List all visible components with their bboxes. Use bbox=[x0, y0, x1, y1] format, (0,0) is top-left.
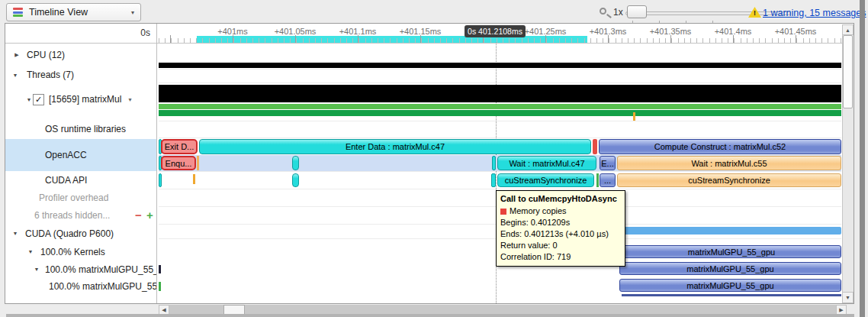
kernel-bar[interactable]: matrixMulGPU_55_gpu bbox=[619, 262, 841, 275]
time-cursor-badge: 0s 401.2108ms bbox=[465, 25, 526, 37]
scroll-up-button[interactable]: ▲ bbox=[842, 24, 854, 35]
cpu-utilization-bar bbox=[159, 63, 841, 68]
collapsed-arrow-icon[interactable]: ▶ bbox=[13, 52, 21, 58]
interval-bar-sliver[interactable] bbox=[492, 156, 496, 170]
row-separator bbox=[159, 121, 841, 121]
ruler-origin-label: 0s bbox=[5, 27, 150, 40]
window-edge-strip bbox=[860, 0, 865, 317]
bottom-edge-strip bbox=[6, 314, 854, 317]
ruler-divider bbox=[5, 43, 854, 44]
zoom-slider-handle[interactable] bbox=[627, 5, 647, 18]
sidebar-item-threads[interactable]: ▼ Threads (7) bbox=[5, 66, 156, 84]
messages-link[interactable]: 1 warning, 15 messages bbox=[763, 8, 866, 18]
row-label: Threads (7) bbox=[27, 70, 74, 80]
interval-bar-sliver[interactable] bbox=[596, 173, 599, 187]
ruler-tick-label: +401.05ms bbox=[263, 27, 327, 36]
tooltip-begins: Begins: 0.401209s bbox=[500, 217, 621, 228]
sidebar-item-os-runtime[interactable]: OS runtime libraries bbox=[5, 119, 156, 139]
expanded-arrow-icon[interactable]: ▼ bbox=[25, 97, 33, 102]
expanded-arrow-icon[interactable]: ▼ bbox=[11, 73, 19, 78]
kernel-bar-clipped bbox=[622, 294, 841, 296]
openacc-compute-construct-bar[interactable]: Compute Construct : matrixMul.c52 bbox=[599, 139, 841, 154]
scroll-down-button[interactable]: ▼ bbox=[842, 292, 854, 303]
view-selector-label: Timeline View bbox=[29, 7, 131, 18]
sidebar-item-threads-hidden[interactable]: 6 threads hidden... − + bbox=[5, 206, 156, 224]
add-row-plus-icon[interactable]: + bbox=[146, 210, 153, 221]
row-label: OpenACC bbox=[45, 150, 87, 160]
thread-running-bar-dark bbox=[159, 110, 841, 116]
thread-running-bar-light bbox=[159, 104, 841, 109]
row-label: 100.0% Kernels bbox=[40, 247, 105, 257]
row-label: OS runtime libraries bbox=[45, 124, 126, 134]
row-label: 6 threads hidden... bbox=[34, 210, 110, 221]
row-label: CUDA API bbox=[45, 175, 87, 186]
ruler-tick-label: +401.1ms bbox=[326, 27, 390, 36]
view-selector-dropdown[interactable]: Timeline View ▾ bbox=[6, 3, 141, 21]
tooltip-category: Memory copies bbox=[510, 205, 567, 217]
expanded-arrow-icon[interactable]: ▼ bbox=[33, 267, 40, 272]
sidebar-divider[interactable] bbox=[156, 24, 157, 303]
tooltip-return-value: Return value: 0 bbox=[500, 240, 621, 251]
event-tooltip: Call to cuMemcpyHtoDAsync Memory copies … bbox=[496, 190, 625, 267]
interval-bar-sliver[interactable] bbox=[491, 173, 496, 187]
magnifier-handle-icon bbox=[606, 14, 612, 18]
sidebar-item-cuda-api[interactable]: CUDA API bbox=[5, 171, 156, 189]
row-separator bbox=[159, 189, 841, 189]
ruler-tick-label: +401.15ms bbox=[388, 27, 452, 36]
expanded-arrow-icon[interactable]: ▼ bbox=[11, 231, 19, 236]
cuda-api-small-interval[interactable] bbox=[292, 173, 299, 187]
cuda-api-event-tick[interactable] bbox=[193, 174, 195, 184]
openacc-wait-c55-bar[interactable]: Wait : matrixMul.c55 bbox=[617, 156, 841, 170]
row-separator bbox=[159, 137, 841, 138]
row-label: [15659] matrixMul bbox=[49, 94, 121, 105]
thread-checkbox[interactable]: ✓ bbox=[33, 94, 44, 105]
openacc-wait-c47-bar[interactable]: Wait : matrixMul.c47 bbox=[497, 156, 596, 170]
interval-bar-sliver[interactable] bbox=[197, 156, 199, 170]
sidebar-item-kernel-instance[interactable]: 100.0% matrixMulGPU_55_gp bbox=[5, 278, 156, 295]
sidebar-item-openacc[interactable]: OpenACC bbox=[5, 139, 156, 171]
openacc-small-interval[interactable] bbox=[292, 156, 299, 170]
openacc-exit-data-bar[interactable]: Exit D... bbox=[161, 139, 198, 154]
remove-row-minus-icon[interactable]: − bbox=[135, 210, 142, 221]
row-menu-caret-icon[interactable]: ▾ bbox=[128, 96, 131, 103]
kernel-bar[interactable]: matrixMulGPU_55_gpu bbox=[619, 279, 841, 292]
zoom-level-label: 1x bbox=[613, 7, 623, 18]
row-label: CPU (12) bbox=[27, 50, 65, 60]
cuda-api-stream-sync-bar-2[interactable]: cuStreamSynchronize bbox=[617, 173, 841, 187]
expanded-arrow-icon[interactable]: ▼ bbox=[27, 249, 34, 254]
profiler-window: Timeline View ▾ 1x ! 1 warning, 15 messa… bbox=[0, 0, 868, 317]
interval-bar-clipped bbox=[159, 282, 161, 291]
ruler-tick-label: +401ms bbox=[201, 27, 265, 36]
ruler-tick-label: +401.3ms bbox=[576, 27, 640, 36]
openacc-enter-data-bar[interactable]: Enter Data : matrixMul.c47 bbox=[199, 139, 591, 154]
row-label: 100.0% matrixMulGPU_55_gp bbox=[49, 281, 156, 292]
openacc-enqueue-bar[interactable]: Enqu... bbox=[161, 156, 196, 170]
cuda-api-memcpy-bar[interactable]: ... bbox=[600, 173, 616, 187]
cuda-api-stream-sync-bar[interactable]: cuStreamSynchronize bbox=[497, 173, 594, 187]
row-label: Profiler overhead bbox=[39, 192, 108, 203]
ruler-tick-label: +401.45ms bbox=[764, 27, 828, 36]
interval-bar-sliver[interactable] bbox=[593, 139, 597, 154]
sidebar-item-kernels[interactable]: ▼ 100.0% Kernels bbox=[5, 243, 156, 260]
chevron-down-icon: ▾ bbox=[131, 9, 134, 16]
ruler-tick-label: +401.4ms bbox=[701, 27, 765, 36]
row-label: 100.0% matrixMulGPU_55_gpu bbox=[45, 264, 156, 275]
thread-state-bar bbox=[159, 85, 841, 102]
vertical-scrollbar-thumb[interactable] bbox=[843, 35, 853, 108]
sidebar-item-cpu[interactable]: ▶ CPU (12) bbox=[5, 44, 156, 66]
os-runtime-event-tick[interactable] bbox=[633, 112, 635, 121]
tooltip-title: Call to cuMemcpyHtoDAsync bbox=[500, 193, 621, 205]
memory-copies-swatch-icon bbox=[500, 209, 506, 215]
sidebar-item-cuda-device[interactable]: ▼ CUDA (Quadro P600) bbox=[5, 224, 156, 243]
row-separator bbox=[159, 171, 841, 172]
openacc-e-bar[interactable]: E... bbox=[600, 156, 616, 170]
kernel-bar[interactable]: matrixMulGPU_55_gpu bbox=[622, 245, 841, 258]
interval-bar-clipped bbox=[159, 265, 161, 273]
sidebar-item-kernel-group[interactable]: ▼ 100.0% matrixMulGPU_55_gpu bbox=[5, 260, 156, 278]
magnifier-icon bbox=[600, 8, 606, 15]
interval-bar-clipped[interactable] bbox=[159, 173, 162, 187]
sidebar-item-profiler-overhead[interactable]: Profiler overhead bbox=[5, 189, 156, 206]
sidebar-item-matrixmul[interactable]: ▼ ✓ [15659] matrixMul ▾ bbox=[5, 86, 156, 113]
tooltip-ends: Ends: 0.401213s (+4.010 µs) bbox=[500, 228, 621, 240]
row-label: CUDA (Quadro P600) bbox=[25, 228, 114, 239]
